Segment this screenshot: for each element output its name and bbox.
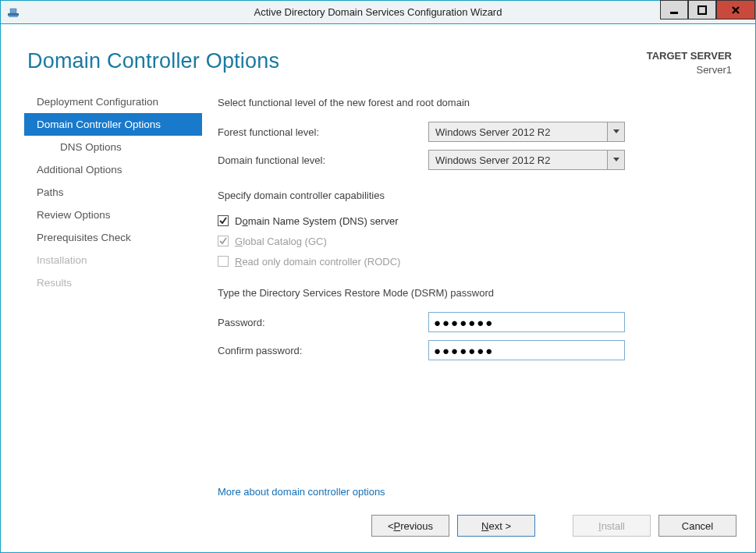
domain-level-select[interactable]: Windows Server 2012 R2	[428, 150, 625, 170]
sidebar-item-results: Results	[24, 271, 202, 294]
target-server-value: Server1	[647, 63, 732, 77]
sidebar: Deployment Configuration Domain Controll…	[24, 87, 202, 512]
domain-level-label: Domain functional level:	[218, 154, 428, 166]
chevron-down-icon[interactable]	[607, 151, 624, 169]
sidebar-item-paths[interactable]: Paths	[24, 181, 202, 204]
footer: < Previous Next > Install Cancel	[1, 512, 755, 552]
domain-level-row: Domain functional level: Windows Server …	[218, 146, 732, 174]
target-server-block: TARGET SERVER Server1	[647, 49, 732, 76]
rodc-checkbox	[218, 256, 229, 267]
chevron-down-icon[interactable]	[607, 122, 624, 141]
content-panel: Select functional level of the new fores…	[202, 87, 732, 512]
domain-level-value: Windows Server 2012 R2	[429, 154, 607, 166]
svg-rect-3	[670, 12, 678, 14]
gc-checkbox-row: Global Catalog (GC)	[218, 231, 732, 251]
titlebar: Active Directory Domain Services Configu…	[1, 1, 755, 24]
more-about-link[interactable]: More about domain controller options	[218, 486, 732, 498]
confirm-password-label: Confirm password:	[218, 345, 428, 356]
password-input[interactable]: ●●●●●●●	[428, 312, 625, 332]
next-button[interactable]: Next >	[457, 515, 535, 537]
dsrm-heading: Type the Directory Services Restore Mode…	[218, 287, 732, 299]
svg-rect-1	[10, 9, 16, 13]
maximize-button[interactable]	[688, 0, 716, 19]
dns-checkbox-label[interactable]: Domain Name System (DNS) server	[235, 215, 399, 227]
window-buttons	[660, 1, 755, 23]
dns-checkbox-row: Domain Name System (DNS) server	[218, 211, 732, 231]
target-server-label: TARGET SERVER	[647, 49, 732, 63]
confirm-password-input[interactable]: ●●●●●●●	[428, 340, 625, 360]
sidebar-item-dns-options[interactable]: DNS Options	[24, 136, 202, 158]
close-button[interactable]	[716, 0, 755, 19]
capabilities-heading: Specify domain controller capabilities	[218, 190, 732, 201]
sidebar-item-prerequisites-check[interactable]: Prerequisites Check	[24, 226, 202, 249]
body: Deployment Configuration Domain Controll…	[1, 84, 755, 512]
functional-level-heading: Select functional level of the new fores…	[218, 97, 732, 108]
svg-rect-2	[9, 16, 18, 17]
app-icon	[7, 6, 20, 19]
forest-level-value: Windows Server 2012 R2	[429, 126, 607, 138]
forest-level-select[interactable]: Windows Server 2012 R2	[428, 122, 625, 142]
forest-level-label: Forest functional level:	[218, 126, 428, 138]
forest-level-row: Forest functional level: Windows Server …	[218, 118, 732, 146]
password-row: Password: ●●●●●●●	[218, 308, 732, 336]
gc-checkbox-label: Global Catalog (GC)	[235, 236, 327, 247]
rodc-checkbox-row: Read only domain controller (RODC)	[218, 251, 732, 271]
sidebar-item-deployment-configuration[interactable]: Deployment Configuration	[24, 90, 202, 113]
sidebar-item-domain-controller-options[interactable]: Domain Controller Options	[24, 113, 202, 136]
header: Domain Controller Options TARGET SERVER …	[1, 24, 755, 84]
sidebar-item-additional-options[interactable]: Additional Options	[24, 158, 202, 181]
rodc-checkbox-label: Read only domain controller (RODC)	[235, 256, 400, 268]
password-label: Password:	[218, 317, 428, 328]
sidebar-item-installation: Installation	[24, 249, 202, 271]
gc-checkbox	[218, 236, 229, 246]
sidebar-item-review-options[interactable]: Review Options	[24, 204, 202, 226]
confirm-password-row: Confirm password: ●●●●●●●	[218, 336, 732, 364]
svg-rect-0	[8, 13, 19, 16]
previous-button[interactable]: < Previous	[371, 515, 449, 537]
window-title: Active Directory Domain Services Configu…	[1, 6, 755, 18]
install-button: Install	[573, 515, 651, 537]
cancel-button[interactable]: Cancel	[658, 515, 736, 537]
dns-checkbox[interactable]	[218, 215, 229, 226]
wizard-window: Active Directory Domain Services Configu…	[0, 0, 756, 553]
svg-rect-4	[698, 6, 706, 14]
page-title: Domain Controller Options	[27, 49, 279, 73]
minimize-button[interactable]	[660, 0, 688, 19]
